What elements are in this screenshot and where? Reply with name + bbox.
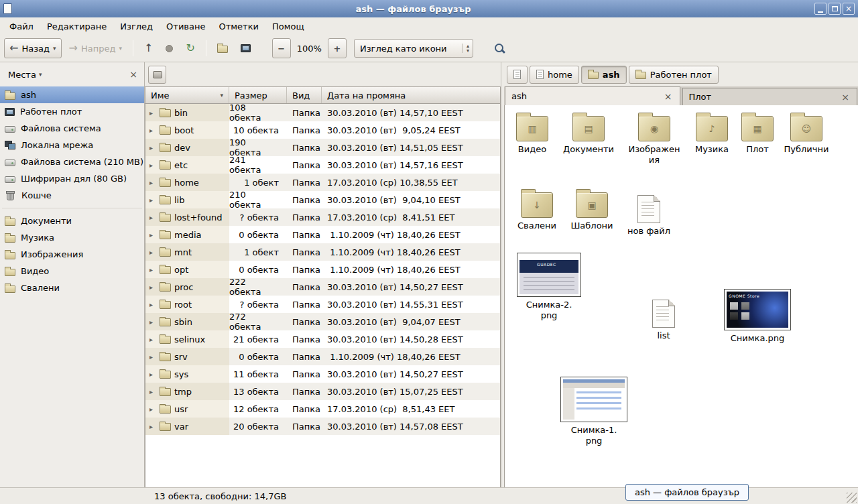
tree-row[interactable]: ▸etc241 обектаПапка30.03.2010 (вт) 14,57… (145, 156, 500, 174)
icon-item-snimka-2[interactable]: GUADECСнимка-2.png (525, 253, 573, 320)
tab-ash[interactable]: ash× (505, 86, 680, 105)
zoom-in-button[interactable]: + (328, 38, 347, 58)
menu-edit[interactable]: Редактиране (40, 19, 113, 34)
icon-item-desktop[interactable]: ▦Плот (734, 116, 781, 155)
icon-item-snimka-1[interactable]: Снимка-1.png (570, 377, 618, 446)
minimize-button[interactable] (814, 3, 826, 15)
titlebar[interactable]: ash — файлов браузър × (0, 0, 858, 17)
expander-icon[interactable]: ▸ (149, 405, 156, 413)
menu-go[interactable]: Отиване (160, 19, 212, 34)
expander-icon[interactable]: ▸ (149, 214, 156, 221)
icon-item-music[interactable]: ♪Музика (684, 116, 740, 155)
menu-view[interactable]: Изглед (113, 19, 160, 34)
expander-icon[interactable]: ▸ (149, 336, 156, 343)
tab-close-icon[interactable]: × (663, 91, 674, 102)
expander-icon[interactable]: ▸ (149, 318, 156, 326)
icon-item-list[interactable]: list (640, 300, 687, 341)
tree-row[interactable]: ▸opt0 обектаПапка 1.10.2009 (чт) 18,40,2… (145, 261, 500, 278)
expander-icon[interactable]: ▸ (149, 371, 156, 378)
tab-close-icon[interactable]: × (840, 92, 851, 103)
tree-row[interactable]: ▸selinux21 обектаПапка30.03.2010 (вт) 14… (145, 330, 500, 348)
search-button[interactable] (489, 38, 510, 58)
path-button-desktop[interactable]: Работен плот (629, 66, 719, 84)
sidebar-item-network[interactable]: Локална мрежа (0, 137, 144, 153)
expander-icon[interactable]: ▸ (149, 284, 156, 291)
sidebar-item-filesystem[interactable]: Файлова система (0, 120, 144, 137)
expander-icon[interactable]: ▸ (149, 301, 156, 308)
tree-row[interactable]: ▸lost+found? обектаПапка17.03.2010 (ср) … (145, 208, 500, 226)
sidebar-item-ash[interactable]: ash (0, 86, 144, 103)
tree-row[interactable]: ▸bin108 обектаПапка30.03.2010 (вт) 14,57… (145, 104, 500, 121)
icon-item-videos[interactable]: ▥Видео (504, 116, 560, 155)
tree-row[interactable]: ▸sys11 обектаПапка30.03.2010 (вт) 14,50,… (145, 365, 500, 383)
column-header-size[interactable]: Размер (229, 87, 287, 103)
view-mode-select[interactable]: Изглед като икони ▴▾ (354, 39, 473, 58)
icon-item-snimka[interactable]: GNOME StoreСнимка.png (727, 289, 788, 344)
sidebar-item-trash[interactable]: Кошче (0, 187, 144, 204)
icon-view[interactable]: ▥Видео▤Документи◉Изображения♪Музика▦Плот… (504, 105, 858, 487)
tree-row[interactable]: ▸root? обектаПапка30.03.2010 (вт) 14,55,… (145, 296, 500, 313)
tree-row[interactable]: ▸boot10 обектаПапка30.03.2010 (вт) 9,05,… (145, 121, 500, 139)
column-header-date[interactable]: Дата на промяна (322, 87, 500, 103)
pane-toggle-button[interactable] (148, 66, 166, 84)
sidebar-item-pictures[interactable]: Изображения (0, 246, 144, 263)
sidebar-item-filesystem-210[interactable]: Файлова система (210 MB) (0, 153, 144, 170)
resize-grip[interactable] (847, 493, 857, 503)
expander-icon[interactable]: ▸ (149, 162, 156, 169)
expander-icon[interactable]: ▸ (149, 127, 156, 134)
tree-row[interactable]: ▸sbin272 обектаПапка30.03.2010 (вт) 9,04… (145, 313, 500, 330)
sidebar-item-desktop[interactable]: Работен плот (0, 103, 144, 120)
back-dropdown-icon[interactable]: ▾ (53, 45, 56, 52)
back-button[interactable]: ← Назад ▾ (4, 38, 62, 58)
expander-icon[interactable]: ▸ (149, 109, 156, 117)
expander-icon[interactable]: ▸ (149, 423, 156, 430)
path-button-ash[interactable]: ash (581, 66, 627, 84)
places-selector[interactable]: Места ▾ (5, 68, 44, 81)
icon-item-pictures[interactable]: ◉Изображения (627, 116, 681, 165)
menu-help[interactable]: Помощ (265, 19, 311, 34)
tree-row[interactable]: ▸usr12 обектаПапка17.03.2010 (ср) 8,51,4… (145, 400, 500, 418)
icon-item-documents[interactable]: ▤Документи (560, 116, 617, 155)
tree-row[interactable]: ▸media0 обектаПапка 1.10.2009 (чт) 18,40… (145, 226, 500, 243)
expander-icon[interactable]: ▸ (149, 249, 156, 256)
tree-row[interactable]: ▸lib210 обектаПапка30.03.2010 (вт) 9,04,… (145, 191, 500, 208)
column-header-type[interactable]: Вид (287, 87, 322, 103)
stop-button[interactable] (160, 38, 178, 58)
tree-row[interactable]: ▸dev190 обектаПапка30.03.2010 (вт) 14,51… (145, 139, 500, 156)
expander-icon[interactable]: ▸ (149, 179, 156, 186)
forward-button[interactable]: → Напред ▾ (64, 38, 127, 58)
expander-icon[interactable]: ▸ (149, 196, 156, 204)
up-button[interactable]: ↑ (139, 38, 158, 58)
icon-item-new-file[interactable]: нов файл (622, 195, 676, 237)
icon-item-public[interactable]: ☺Публични (780, 116, 833, 155)
column-header-name[interactable]: Име▾ (145, 87, 229, 103)
tree-row[interactable]: ▸home1 обектПапка17.03.2010 (ср) 10,38,5… (145, 174, 500, 191)
expander-icon[interactable]: ▸ (149, 388, 156, 395)
expander-icon[interactable]: ▸ (149, 266, 156, 273)
sidebar-item-documents[interactable]: Документи (0, 212, 144, 229)
tab-plot[interactable]: Плот× (682, 88, 858, 105)
combo-stepper-icon[interactable]: ▴▾ (463, 44, 473, 53)
menu-bookmarks[interactable]: Отметки (212, 19, 265, 34)
reload-button[interactable]: ↻ (180, 38, 200, 58)
window-list-button[interactable]: ash — файлов браузър (625, 484, 749, 501)
tree-row[interactable]: ▸var20 обектаПапка30.03.2010 (вт) 14,57,… (145, 418, 500, 435)
close-button[interactable]: × (843, 3, 855, 15)
tree-row[interactable]: ▸proc222 обектаПапка30.03.2010 (вт) 14,5… (145, 278, 500, 296)
zoom-out-button[interactable]: − (272, 38, 291, 58)
tree-row[interactable]: ▸tmp13 обектаПапка30.03.2010 (вт) 15,07,… (145, 383, 500, 400)
icon-item-templates[interactable]: ▣Шаблони (564, 192, 620, 231)
computer-button[interactable] (235, 38, 256, 58)
home-button[interactable] (212, 38, 233, 58)
sidebar-item-videos[interactable]: Видео (0, 263, 144, 279)
sidebar-item-downloads[interactable]: Свалени (0, 279, 144, 296)
sidebar-item-encrypted-80[interactable]: Шифриран дял (80 GB) (0, 170, 144, 187)
expander-icon[interactable]: ▸ (149, 353, 156, 361)
tree-row[interactable]: ▸mnt1 обектПапка 1.10.2009 (чт) 18,40,26… (145, 243, 500, 261)
expander-icon[interactable]: ▸ (149, 231, 156, 239)
icon-item-downloads[interactable]: ↓Свалени (509, 192, 565, 231)
expander-icon[interactable]: ▸ (149, 144, 156, 151)
sidebar-close-button[interactable]: × (128, 69, 139, 80)
path-button-home[interactable]: home (530, 66, 579, 84)
menu-file[interactable]: Файл (3, 19, 40, 34)
